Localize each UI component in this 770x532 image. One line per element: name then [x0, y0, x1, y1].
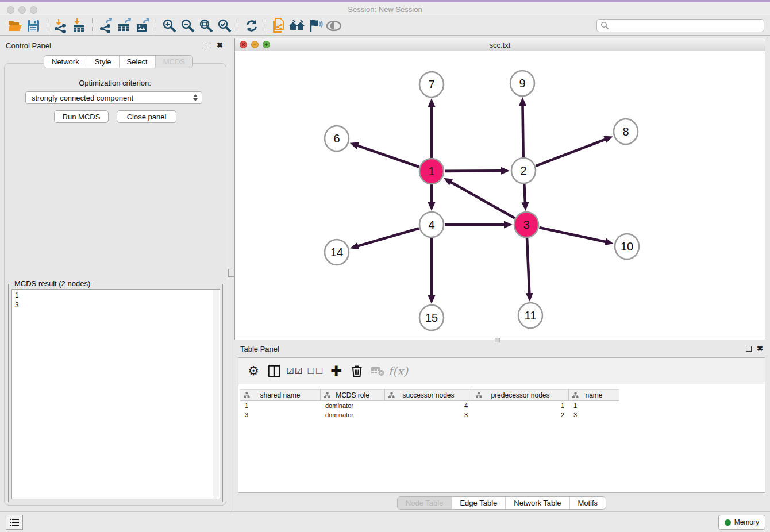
split-divider-handle[interactable]	[228, 269, 234, 277]
cell-MCDS-role[interactable]: dominator	[321, 402, 385, 409]
edge-1-2[interactable]	[445, 171, 502, 171]
home-icon[interactable]	[288, 17, 306, 34]
gear-icon[interactable]: ⚙	[243, 361, 264, 381]
tab-motifs[interactable]: Motifs	[569, 497, 606, 509]
tab-style[interactable]: Style	[87, 56, 120, 68]
cell-shared-name[interactable]: 3	[240, 411, 321, 418]
optimization-criterion-label: Optimization criterion:	[0, 79, 230, 87]
edge-3-11[interactable]	[527, 238, 529, 294]
node-2[interactable]: 2	[511, 158, 536, 183]
node-11[interactable]: 11	[518, 303, 542, 328]
edge-4-14[interactable]	[357, 228, 418, 246]
node-7[interactable]: 7	[419, 72, 444, 97]
export-image-icon[interactable]	[133, 17, 152, 34]
export-network-icon[interactable]	[97, 17, 115, 34]
result-scrollbar[interactable]	[213, 290, 219, 499]
network-window: ✕ − + scc.txt 1234678910111415	[234, 38, 765, 340]
cell-MCDS-role[interactable]: dominator	[321, 411, 385, 418]
edge-3-10[interactable]	[539, 228, 605, 242]
float-panel-icon[interactable]	[206, 43, 211, 48]
cell-name[interactable]: 1	[569, 402, 619, 409]
import-network-icon[interactable]	[51, 17, 70, 34]
column-header-predecessor-nodes[interactable]: predecessor nodes	[472, 389, 569, 401]
search-input[interactable]	[596, 19, 764, 32]
save-session-icon[interactable]	[24, 17, 43, 34]
open-file-icon[interactable]	[6, 17, 24, 34]
node-1[interactable]: 1	[419, 159, 444, 184]
network-canvas[interactable]: 1234678910111415	[235, 51, 765, 340]
node-label: 8	[622, 125, 629, 138]
export-table-icon[interactable]	[115, 17, 133, 34]
main-toolbar	[0, 16, 770, 36]
edge-1-6[interactable]	[357, 145, 419, 167]
network-window-titlebar[interactable]: ✕ − + scc.txt	[235, 38, 765, 51]
trash-icon[interactable]	[346, 361, 367, 381]
edge-2-3[interactable]	[524, 184, 525, 203]
tab-mcds[interactable]: MCDS	[156, 56, 192, 68]
table-header-row: shared nameMCDS rolesuccessor nodesprede…	[240, 389, 619, 401]
task-history-button[interactable]	[6, 515, 23, 530]
refresh-view-icon[interactable]	[242, 17, 261, 34]
cell-successor-nodes[interactable]: 3	[385, 411, 472, 418]
horizontal-divider-handle[interactable]	[495, 338, 500, 342]
delete-table-icon[interactable]	[367, 361, 388, 381]
edge-3-1[interactable]	[451, 182, 515, 218]
cell-name[interactable]: 3	[569, 411, 619, 418]
add-icon[interactable]: ✚	[326, 361, 346, 381]
cell-successor-nodes[interactable]: 4	[385, 402, 472, 409]
import-table-icon[interactable]	[70, 17, 88, 34]
tab-select[interactable]: Select	[120, 56, 156, 68]
cell-shared-name[interactable]: 1	[240, 402, 321, 409]
flag-icon[interactable]	[306, 17, 325, 34]
zoom-fit-icon[interactable]	[197, 17, 215, 34]
function-builder-icon[interactable]: f(x)	[388, 361, 409, 381]
zoom-out-icon[interactable]	[179, 17, 197, 34]
column-header-MCDS-role[interactable]: MCDS role	[321, 389, 385, 401]
mcds-result-textarea[interactable]: 1 3	[11, 289, 220, 499]
tab-network[interactable]: Network	[44, 56, 87, 68]
edge-2-9[interactable]	[523, 105, 523, 157]
table-row[interactable]: 3dominator323	[240, 410, 619, 419]
tab-network-table[interactable]: Network Table	[506, 497, 569, 509]
node-15[interactable]: 15	[419, 305, 444, 330]
cell-predecessor-nodes[interactable]: 2	[472, 411, 569, 418]
tree-icon	[324, 392, 330, 400]
columns-icon[interactable]	[264, 361, 284, 381]
memory-button[interactable]: Memory	[718, 515, 765, 530]
node-4[interactable]: 4	[419, 212, 444, 237]
close-panel-icon[interactable]: ✖	[757, 346, 763, 352]
close-panel-icon[interactable]: ✖	[217, 43, 223, 48]
select-all-icon[interactable]: ☑☑	[284, 361, 305, 381]
edge-2-8[interactable]	[536, 140, 605, 166]
cell-predecessor-nodes[interactable]: 1	[472, 402, 569, 409]
eye-icon[interactable]	[325, 17, 343, 34]
column-header-shared-name[interactable]: shared name	[240, 389, 321, 401]
node-6[interactable]: 6	[325, 126, 349, 151]
deselect-all-icon[interactable]: ☐☐	[305, 361, 326, 381]
column-header-successor-nodes[interactable]: successor nodes	[385, 389, 472, 401]
zoom-in-icon[interactable]	[160, 17, 179, 34]
column-header-name[interactable]: name	[569, 389, 619, 401]
search-field-container	[596, 19, 764, 32]
control-panel-tabs: NetworkStyleSelectMCDS	[44, 55, 193, 68]
node-8[interactable]: 8	[614, 119, 638, 144]
node-14[interactable]: 14	[325, 240, 349, 265]
tab-edge-table[interactable]: Edge Table	[452, 497, 506, 509]
node-9[interactable]: 9	[510, 71, 534, 96]
toolbar-separator	[265, 18, 265, 33]
table-panel: ⚙ ☑☑ ☐☐ ✚ f(x) shared nameMCDS rolesucce…	[238, 357, 765, 493]
table-row[interactable]: 1dominator411	[240, 401, 619, 410]
network-graph: 1234678910111415	[235, 51, 765, 340]
criterion-select[interactable]: strongly connected component	[25, 91, 202, 104]
clone-network-icon[interactable]	[270, 17, 288, 34]
node-10[interactable]: 10	[615, 234, 639, 259]
float-panel-icon[interactable]	[746, 346, 752, 352]
close-panel-button[interactable]: Close panel	[117, 110, 176, 123]
node-3[interactable]: 3	[514, 212, 538, 237]
network-window-title: scc.txt	[235, 41, 765, 49]
zoom-selected-icon[interactable]	[215, 17, 234, 34]
mcds-result-title: MCDS result (2 nodes)	[12, 279, 93, 288]
tab-node-table[interactable]: Node Table	[398, 497, 452, 509]
run-mcds-button[interactable]: Run MCDS	[54, 110, 109, 123]
titlebar-accent	[0, 0, 770, 2]
